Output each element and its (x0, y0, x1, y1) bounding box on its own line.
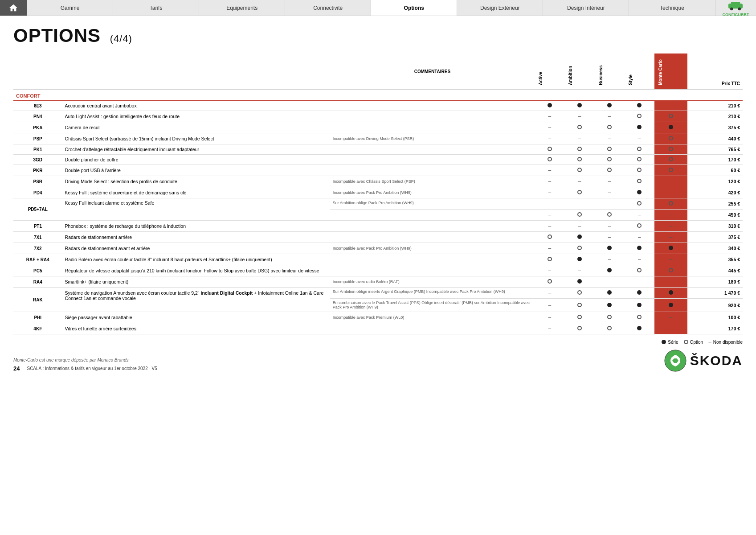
col-monte-header: Monte Carlo (654, 54, 687, 89)
nav-design-ext[interactable]: Design Extérieur (457, 0, 543, 16)
page-title: OPTIONS (4/4) (13, 25, 743, 46)
col-active: – (535, 176, 564, 187)
home-button[interactable] (0, 0, 27, 16)
col-monte-2 (654, 299, 687, 312)
table-row: PT1 Phonebox : système de recharge du té… (13, 221, 743, 232)
col-style (625, 265, 654, 276)
sym-filled (669, 290, 673, 295)
sym-empty (637, 157, 642, 161)
table-row: 7X1 Radars de stationnement arrière – – … (13, 232, 743, 243)
col-monte (654, 265, 687, 276)
sym-filled (607, 268, 612, 272)
row-code: PN4 (13, 111, 62, 122)
row-code: PSP (13, 133, 62, 144)
col-monte (654, 101, 687, 111)
col-business: – (595, 221, 625, 232)
nav-equipements[interactable]: Equipements (199, 0, 285, 16)
sym-filled (637, 125, 642, 129)
col-comment-header: COMMENTAIRES (330, 54, 535, 89)
col-style (625, 101, 654, 111)
row-code: PSR (13, 176, 62, 187)
col-active (535, 144, 564, 155)
svg-point-3 (738, 7, 741, 10)
col-monte: – (654, 221, 687, 232)
sym-empty (637, 268, 642, 272)
sym-dash: – (670, 212, 673, 218)
col-style (625, 288, 654, 299)
table-row: RA4 Smartlink+ (filaire uniquement) Inco… (13, 276, 743, 288)
row-code: RA4 (13, 276, 62, 288)
sym-dash: – (548, 212, 552, 218)
col-style (625, 176, 654, 187)
col-business (595, 323, 625, 334)
row-desc: Kessy Full incluant alarme et système Sa… (62, 198, 330, 221)
row-price: 375 € (687, 122, 743, 133)
row-desc: Caméra de recul (62, 122, 330, 133)
row-comment: Incompatible avec Châssis Sport Select (… (330, 176, 535, 187)
col-desc-header (62, 54, 330, 89)
col-ambition (564, 155, 594, 165)
col-active: – (535, 122, 564, 133)
col-ambition (564, 243, 594, 254)
configurez-label[interactable]: CONFIGUREZ (723, 12, 749, 17)
col-business: – (595, 133, 625, 144)
col-monte (654, 243, 687, 254)
col-active: – (535, 243, 564, 254)
col-style (625, 221, 654, 232)
col-active: – (535, 187, 564, 198)
car-configurez-icon (727, 0, 744, 12)
col-style (625, 312, 654, 323)
nav-technique[interactable]: Technique (629, 0, 715, 16)
row-code: RAK (13, 288, 62, 312)
col-active-header: Active (535, 54, 564, 89)
row-comment: Incompatible avec Pack Pro Ambition (WH9… (330, 187, 535, 198)
col-monte: – (654, 232, 687, 243)
table-row: PD4 Kessy Full : système d'ouverture et … (13, 187, 743, 198)
sym-dash: – (578, 223, 581, 229)
col-monte (654, 144, 687, 155)
col-code-header (13, 54, 62, 89)
legend-row: Série Option – Non disponible (13, 339, 743, 345)
table-row: RAF + RA4 Radio Boléro avec écran couleu… (13, 254, 743, 265)
col-ambition: – (564, 176, 594, 187)
col-monte (654, 122, 687, 133)
row-desc: Radio Boléro avec écran couleur tactile … (62, 254, 330, 265)
sym-dash: – (608, 223, 611, 229)
row-price: 375 € (687, 232, 743, 243)
sym-empty (607, 212, 612, 217)
nav-gamme[interactable]: Gamme (27, 0, 113, 16)
sym-empty (577, 290, 582, 295)
nav-options[interactable]: Options (371, 0, 457, 16)
sym-dash: – (548, 113, 552, 119)
col-style (625, 111, 654, 122)
footer-left: Monte-Carlo est une marque déposée par M… (13, 358, 157, 372)
sym-empty (577, 168, 582, 172)
row-desc: Radars de stationnement arrière (62, 232, 330, 243)
col-business (595, 101, 625, 111)
sym-filled (607, 246, 612, 250)
nav-design-int[interactable]: Design Intérieur (543, 0, 629, 16)
sym-dash: – (548, 245, 552, 251)
nav-connectivite[interactable]: Connectivité (285, 0, 371, 16)
sym-dash: – (548, 302, 552, 309)
col-monte-2: – (654, 210, 687, 221)
row-desc: Système de navigation Amundsen avec écra… (62, 288, 330, 312)
sym-dash: – (548, 268, 552, 274)
col-active: – (535, 165, 564, 176)
row-code: RAF + RA4 (13, 254, 62, 265)
row-price: 310 € (687, 221, 743, 232)
sym-filled (607, 303, 612, 307)
row-price: 355 € (687, 254, 743, 265)
table-row: PC5 Régulateur de vitesse adaptatif jusq… (13, 265, 743, 276)
sym-empty (607, 315, 612, 319)
nav-tarifs[interactable]: Tarifs (113, 0, 199, 16)
row-desc: Crochet d'attelage rétractable électriqu… (62, 144, 330, 155)
table-header: COMMENTAIRES Active Ambition Business St… (13, 54, 743, 89)
sym-dash: – (548, 136, 552, 142)
col-monte (654, 198, 687, 210)
col-monte: – (654, 312, 687, 323)
legend-option-icon (684, 340, 688, 344)
sym-dash: – (638, 279, 641, 285)
table-row: 6E3 Accoudoir central avant Jumbobox 210… (13, 101, 743, 111)
col-style: – (625, 254, 654, 265)
